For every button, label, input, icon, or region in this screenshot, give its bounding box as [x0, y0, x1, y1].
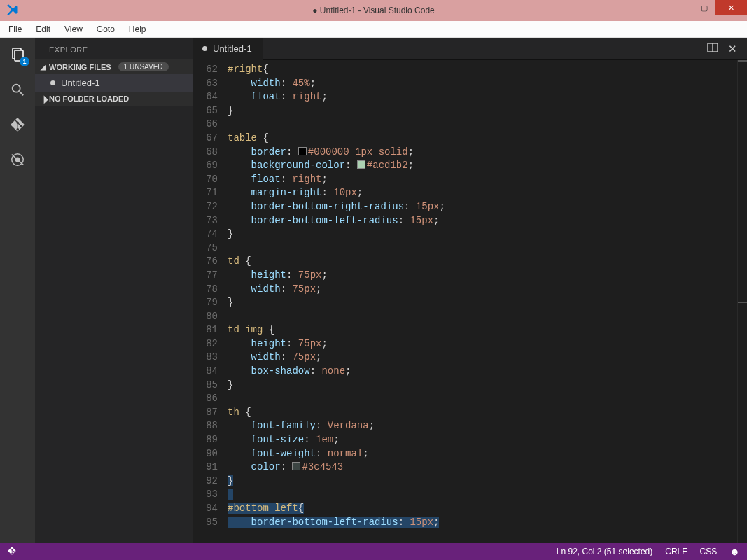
- git-icon[interactable]: [8, 115, 27, 134]
- svg-point-2: [13, 85, 20, 92]
- menubar: File Edit View Goto Help: [0, 21, 747, 38]
- menu-view[interactable]: View: [57, 22, 90, 36]
- tab-bar: Untitled-1 ✕: [193, 38, 747, 60]
- sidebar-title: EXPLORE: [35, 38, 193, 59]
- no-folder-label: NO FOLDER LOADED: [49, 94, 129, 103]
- menu-file[interactable]: File: [3, 22, 29, 36]
- working-file-item[interactable]: Untitled-1: [35, 74, 193, 92]
- status-language[interactable]: CSS: [700, 547, 718, 556]
- chevron-down-icon: ◢: [41, 63, 46, 71]
- split-editor-icon[interactable]: [707, 43, 718, 55]
- menu-goto[interactable]: Goto: [90, 22, 122, 36]
- svg-line-3: [20, 92, 24, 96]
- close-button[interactable]: ✕: [715, 0, 747, 15]
- tab-label: Untitled-1: [213, 43, 252, 54]
- status-eol[interactable]: CRLF: [665, 547, 687, 556]
- tab-close-icon[interactable]: ✕: [728, 43, 737, 55]
- tab-unsaved-dot-icon: [202, 46, 207, 51]
- status-feedback-icon[interactable]: ☻: [729, 546, 740, 557]
- working-files-label: WORKING FILES: [49, 63, 111, 71]
- debug-icon[interactable]: [8, 150, 27, 169]
- search-icon[interactable]: [8, 80, 27, 99]
- code-content[interactable]: #right{ width: 45%; float: right;} table…: [228, 60, 737, 543]
- unsaved-dot-icon: [50, 80, 55, 85]
- working-files-header[interactable]: ◢ WORKING FILES 1 UNSAVED: [35, 59, 193, 74]
- scrollbar[interactable]: [737, 60, 747, 543]
- menu-help[interactable]: Help: [122, 22, 153, 36]
- tab-untitled-1[interactable]: Untitled-1: [193, 38, 263, 60]
- minimize-button[interactable]: ─: [673, 0, 694, 15]
- maximize-button[interactable]: ▢: [694, 0, 715, 15]
- window-title: ● Untitled-1 - Visual Studio Code: [312, 6, 434, 15]
- line-gutter: 6263646566676869707172737475767778798081…: [193, 60, 228, 543]
- unsaved-pill: 1 UNSAVED: [118, 62, 169, 71]
- editor[interactable]: 6263646566676869707172737475767778798081…: [193, 60, 747, 543]
- explorer-badge: 1: [20, 57, 29, 66]
- menu-edit[interactable]: Edit: [29, 22, 57, 36]
- working-file-name: Untitled-1: [61, 78, 100, 88]
- activity-bar: 1: [0, 38, 35, 543]
- chevron-right-icon: ◢: [39, 94, 48, 103]
- no-folder-header[interactable]: ◢ NO FOLDER LOADED: [35, 92, 193, 106]
- app-logo-icon: [6, 4, 20, 18]
- status-git-icon[interactable]: [7, 546, 17, 558]
- status-cursor-position[interactable]: Ln 92, Col 2 (51 selected): [557, 547, 652, 556]
- titlebar: ● Untitled-1 - Visual Studio Code ─ ▢ ✕: [0, 0, 747, 21]
- status-bar: Ln 92, Col 2 (51 selected) CRLF CSS ☻: [0, 543, 747, 560]
- explorer-icon[interactable]: 1: [8, 45, 27, 64]
- sidebar: EXPLORE ◢ WORKING FILES 1 UNSAVED Untitl…: [35, 38, 193, 543]
